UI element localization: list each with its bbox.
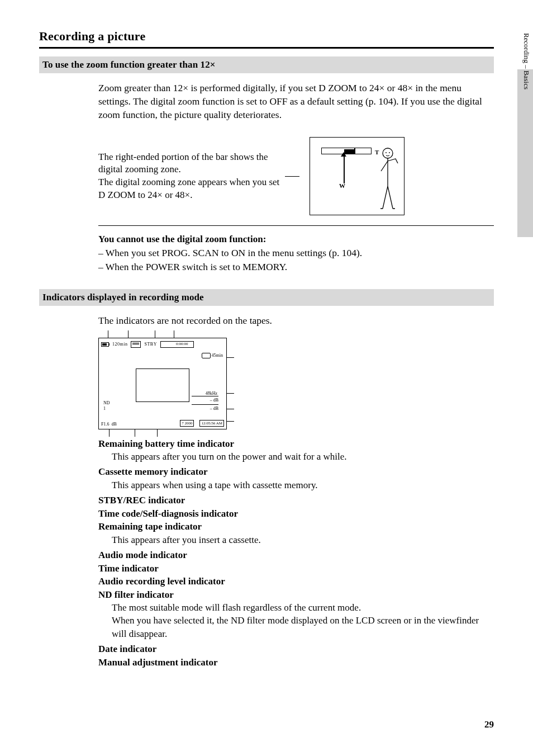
indicators-intro: The indicators are not recorded on the t… bbox=[98, 314, 489, 327]
text: 48× bbox=[398, 82, 413, 93]
arrow-line bbox=[344, 154, 345, 183]
text: or bbox=[163, 190, 175, 200]
text: . bbox=[190, 190, 192, 200]
text: – When the POWER switch is set to MEMORY… bbox=[98, 261, 287, 272]
zoom-figure: The right-ended portion of the bar shows… bbox=[98, 137, 494, 215]
battery-icon bbox=[101, 342, 109, 347]
text: is performed digitally, if you set D ZOO… bbox=[188, 82, 369, 93]
legend-item-1-desc: This appears after you turn on the power… bbox=[112, 450, 494, 463]
legend-item-3-title: STBY/REC indicator bbox=[98, 494, 494, 507]
svg-point-2 bbox=[389, 153, 390, 154]
text: or bbox=[384, 82, 397, 93]
text: – When you set PROG. SCAN to ON in the m… bbox=[98, 247, 362, 258]
zoom-preview-box: T W bbox=[310, 137, 404, 215]
text: – dB bbox=[210, 406, 218, 411]
osd-timecode: 0:00:00 bbox=[176, 342, 188, 346]
legend-item-4-title: Time code/Self-diagnosis indicator bbox=[98, 507, 494, 520]
legend-item-11-title: Manual adjustment indicator bbox=[98, 656, 494, 669]
osd-audio-levels: – dB – dB bbox=[192, 395, 218, 412]
osd-time-box: 12:05:56 AM bbox=[199, 420, 224, 427]
notes-title: You cannot use the digital zoom function… bbox=[98, 234, 494, 245]
text: F1.6 bbox=[101, 422, 109, 427]
zoom-paragraph: Zoom greater than 12× is performed digit… bbox=[98, 81, 489, 121]
callout-tick bbox=[109, 429, 110, 437]
side-tab-label: Recording – Basics bbox=[522, 33, 531, 89]
leader-line bbox=[285, 176, 299, 177]
text: ND bbox=[103, 400, 110, 405]
notes-body: – When you set PROG. SCAN to ON in the m… bbox=[98, 246, 494, 273]
text: Zoom greater than bbox=[98, 82, 173, 93]
legend-item-5-desc: This appears after you insert a cassette… bbox=[112, 533, 494, 546]
legend-item-7-title: Time indicator bbox=[98, 562, 494, 575]
callout-tick bbox=[174, 330, 174, 338]
text: 45min bbox=[212, 353, 223, 358]
osd-top-row: 120min STBY bbox=[101, 341, 224, 348]
osd-stby: STBY bbox=[144, 342, 156, 347]
callout-tick bbox=[128, 330, 129, 338]
legend-item-2-title: Cassette memory indicator bbox=[98, 465, 494, 478]
page-title: Recording a picture bbox=[39, 29, 494, 44]
thin-rule bbox=[98, 225, 494, 226]
svg-point-0 bbox=[383, 148, 393, 158]
callout-tick bbox=[155, 330, 155, 338]
legend-item-2-desc: This appears when using a tape with cass… bbox=[112, 479, 494, 492]
legend-item-10-title: Date indicator bbox=[98, 642, 494, 655]
section-heading-indicators: Indicators displayed in recording mode bbox=[39, 289, 494, 306]
zoom-bar-separator bbox=[354, 148, 355, 154]
title-rule bbox=[39, 47, 494, 49]
zoom-w-label: W bbox=[339, 182, 345, 189]
text: 48× bbox=[175, 190, 191, 200]
legend-item-9-title: ND filter indicator bbox=[98, 588, 494, 601]
text: 12× bbox=[173, 82, 188, 93]
text: – dB bbox=[210, 398, 218, 403]
side-tab bbox=[517, 69, 533, 237]
osd-battery-text: 120min bbox=[112, 342, 127, 347]
text: The right-ended portion of the bar shows… bbox=[98, 152, 268, 175]
legend-item-1-title: Remaining battery time indicator bbox=[98, 437, 494, 450]
osd-date-box: 7 2000 bbox=[180, 420, 194, 427]
text: 24× bbox=[369, 82, 384, 93]
section-heading-zoom: To use the zoom function greater than 12… bbox=[39, 56, 494, 73]
legend-item-8-title: Audio recording level indicator bbox=[98, 575, 494, 588]
callout-tick bbox=[226, 393, 234, 394]
zoom-bar bbox=[321, 148, 372, 154]
osd-nd: ND 1 bbox=[103, 400, 110, 412]
osd-remaining: 45min bbox=[202, 353, 223, 358]
page-number: 29 bbox=[484, 719, 494, 730]
osd-guide-frame bbox=[136, 368, 189, 402]
callout-tick bbox=[135, 429, 135, 437]
callout-tick bbox=[108, 330, 108, 338]
legend: Remaining battery time indicator This ap… bbox=[98, 437, 494, 669]
callout-tick bbox=[226, 421, 234, 422]
text: 24× bbox=[147, 190, 163, 200]
legend-item-9-desc-1: The most suitable mode will flash regard… bbox=[112, 601, 494, 614]
callout-tick bbox=[226, 409, 234, 409]
legend-item-9-desc-2: When you have selected it, the ND filter… bbox=[112, 614, 494, 640]
osd-bottom-row: F1.6 dB 7 2000 12:05:56 AM bbox=[101, 420, 224, 427]
callout-tick bbox=[157, 429, 158, 437]
zoom-caption: The right-ended portion of the bar shows… bbox=[98, 151, 283, 202]
svg-point-1 bbox=[386, 153, 387, 154]
osd-figure: 120min STBY 0:00:00 45min 48kHz ND 1 – d… bbox=[98, 338, 232, 429]
text: 1 bbox=[103, 406, 106, 411]
callout-tick bbox=[226, 357, 234, 358]
text: dB bbox=[111, 422, 116, 427]
legend-item-5-title: Remaining tape indicator bbox=[98, 520, 494, 533]
person-icon bbox=[377, 144, 398, 211]
tape-icon bbox=[202, 353, 211, 358]
cassette-memory-icon bbox=[131, 341, 141, 348]
osd-screen: 120min STBY 0:00:00 45min 48kHz ND 1 – d… bbox=[98, 338, 227, 429]
legend-item-6-title: Audio mode indicator bbox=[98, 549, 494, 561]
